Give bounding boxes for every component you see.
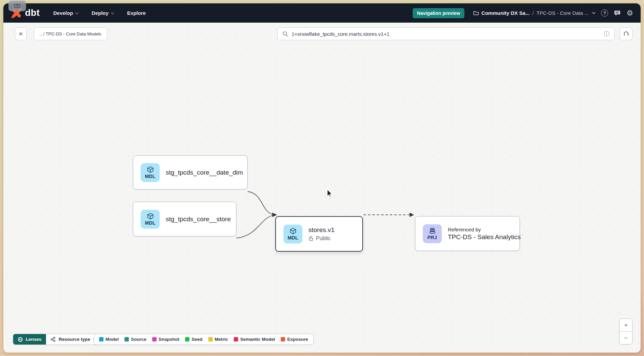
legend-item-metric: Metric bbox=[208, 337, 228, 342]
feedback-icon[interactable] bbox=[614, 10, 621, 17]
breadcrumb-section[interactable]: TPC-DS - Core Data ... bbox=[536, 10, 589, 16]
legend-label: Snapshot bbox=[159, 337, 180, 342]
legend-label: Source bbox=[131, 337, 146, 342]
menu-explore[interactable]: Explore bbox=[127, 10, 146, 16]
legend-label: Semantic Model bbox=[240, 337, 275, 342]
legend-item-exposure: Exposure bbox=[281, 337, 308, 342]
graph-icon bbox=[50, 337, 56, 342]
badge-label: MDL bbox=[145, 174, 155, 179]
lineage-breadcrumb-chip[interactable]: .. / TPC-DS - Core Data Models bbox=[34, 27, 107, 40]
chevron-down-icon bbox=[75, 12, 79, 15]
access-label: Public bbox=[316, 235, 331, 241]
legend-swatch bbox=[234, 337, 238, 341]
breadcrumb-separator: / bbox=[532, 10, 534, 16]
lineage-search-input[interactable]: 1+snowflake_tpcds_core.marts.stores.v1+1… bbox=[277, 27, 615, 40]
zoom-control: + − bbox=[619, 319, 632, 345]
lenses-label: Lenses bbox=[26, 337, 42, 342]
node-label: stg_tpcds_core__date_dim bbox=[166, 169, 243, 176]
legend-swatch bbox=[99, 337, 104, 341]
legend-label: Model bbox=[106, 337, 119, 342]
lineage-edges bbox=[3, 23, 641, 353]
node-access: Public bbox=[308, 235, 335, 241]
resource-type-label: Resource type bbox=[59, 337, 90, 342]
settings-gear-icon[interactable]: ⚙ bbox=[626, 9, 633, 17]
navbar-right: Navigation preview Community DX Sa... / … bbox=[413, 8, 633, 18]
node-label: stg_tpcds_core__store bbox=[166, 215, 231, 223]
legend-label: Seed bbox=[191, 337, 202, 342]
node-referenced-by-sales-analytics[interactable]: PRJ Referenced by TPC-DS - Sales Analyti… bbox=[415, 216, 520, 251]
model-badge: MDL bbox=[141, 163, 160, 182]
legend-swatch bbox=[124, 337, 129, 341]
badge-label: PRJ bbox=[428, 235, 437, 240]
folder-icon bbox=[473, 10, 479, 16]
legend-swatch bbox=[208, 337, 213, 341]
lenses-button[interactable]: Lenses bbox=[13, 334, 46, 345]
lens-icon bbox=[18, 337, 23, 342]
navigation-preview-badge[interactable]: Navigation preview bbox=[413, 8, 465, 18]
breadcrumb-project[interactable]: Community DX Sa... bbox=[473, 10, 530, 16]
project-badge: PRJ bbox=[423, 224, 442, 243]
menu-develop[interactable]: Develop bbox=[53, 10, 78, 16]
info-icon[interactable]: ⓘ bbox=[604, 30, 610, 38]
menu-develop-label: Develop bbox=[53, 10, 73, 16]
node-label: TPC-DS - Sales Analytics bbox=[448, 233, 521, 241]
lineage-canvas[interactable]: × .. / TPC-DS - Core Data Models 1+snowf… bbox=[3, 23, 641, 353]
badge-label: MDL bbox=[288, 235, 298, 240]
mouse-cursor bbox=[327, 190, 334, 197]
close-button[interactable]: × bbox=[15, 27, 27, 40]
node-text-block: Referenced by TPC-DS - Sales Analytics bbox=[448, 227, 521, 241]
unlock-icon bbox=[308, 236, 314, 241]
chevron-down-icon bbox=[111, 12, 114, 15]
legend-item-snapshot: Snapshot bbox=[152, 337, 180, 342]
legend-item-semantic-model: Semantic Model bbox=[234, 337, 275, 342]
chevron-down-icon[interactable] bbox=[592, 12, 596, 14]
legend-label: Exposure bbox=[287, 337, 308, 342]
lenses-control-group: Lenses Resource type bbox=[13, 334, 101, 345]
menu-explore-label: Explore bbox=[127, 10, 146, 16]
search-icon bbox=[282, 31, 288, 37]
breadcrumb: Community DX Sa... / TPC-DS - Core Data … bbox=[473, 10, 596, 16]
legend-item-source: Source bbox=[124, 337, 146, 342]
node-stg-tpcds-core-store[interactable]: MDL stg_tpcds_core__store bbox=[133, 202, 236, 236]
legend-swatch bbox=[152, 337, 157, 341]
legend-label: Metric bbox=[215, 337, 228, 342]
node-text-block: stores.v1 Public bbox=[308, 226, 335, 241]
resource-type-dropdown[interactable]: Resource type bbox=[46, 334, 101, 345]
menu-deploy-label: Deploy bbox=[92, 10, 109, 16]
cube-icon bbox=[290, 228, 297, 235]
main-menu: Develop Deploy Explore bbox=[53, 10, 145, 16]
legend-swatch bbox=[281, 337, 285, 341]
search-value: 1+snowflake_tpcds_core.marts.stores.v1+1 bbox=[292, 31, 600, 37]
app-window: dbt Develop Deploy Explore Navigation pr… bbox=[3, 3, 641, 353]
menu-deploy[interactable]: Deploy bbox=[92, 10, 114, 16]
node-stores-v1[interactable]: MDL stores.v1 Public bbox=[275, 216, 363, 252]
zoom-out-button[interactable]: − bbox=[620, 332, 632, 344]
model-badge: MDL bbox=[141, 210, 160, 229]
top-navbar: dbt Develop Deploy Explore Navigation pr… bbox=[3, 3, 641, 23]
node-title: Referenced by bbox=[448, 227, 521, 232]
dbt-logo-text: dbt bbox=[25, 8, 40, 18]
legend-item-model: Model bbox=[99, 337, 119, 342]
resource-type-legend: Model Source Snapshot Seed Metric Semant… bbox=[94, 334, 314, 345]
badge-label: MDL bbox=[145, 220, 155, 226]
refresh-button[interactable] bbox=[620, 27, 632, 40]
cube-icon bbox=[147, 213, 154, 220]
help-icon[interactable]: ? bbox=[601, 9, 608, 17]
zoom-in-button[interactable]: + bbox=[620, 319, 632, 331]
cube-icon bbox=[147, 166, 154, 173]
legend-item-seed: Seed bbox=[185, 337, 202, 342]
node-stg-tpcds-core-date-dim[interactable]: MDL stg_tpcds_core__date_dim bbox=[133, 155, 248, 189]
screen-share-indicator bbox=[8, 1, 26, 11]
node-label: stores.v1 bbox=[308, 226, 335, 234]
model-badge: MDL bbox=[283, 225, 302, 244]
legend-swatch bbox=[185, 337, 189, 341]
breadcrumb-project-label: Community DX Sa... bbox=[481, 10, 530, 16]
stack-icon bbox=[429, 227, 436, 234]
